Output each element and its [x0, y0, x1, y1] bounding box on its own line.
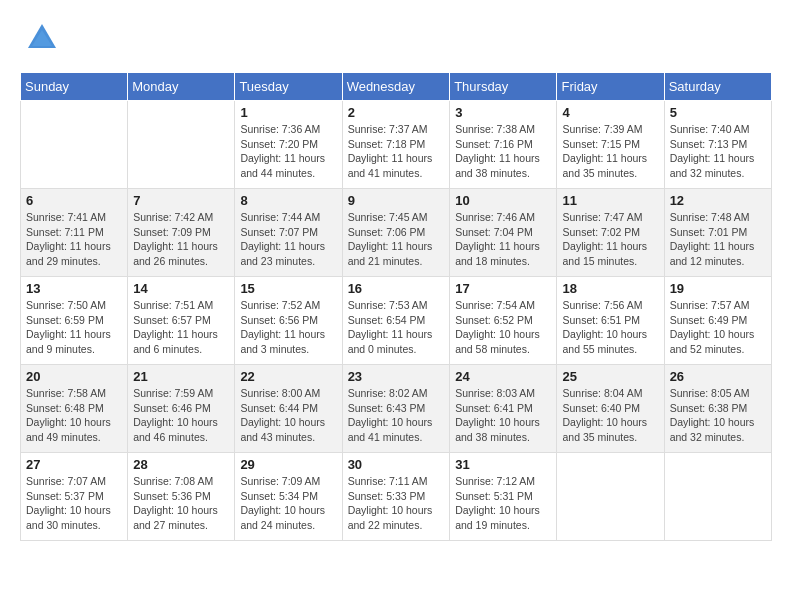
calendar-cell: 6Sunrise: 7:41 AM Sunset: 7:11 PM Daylig…: [21, 189, 128, 277]
calendar-cell: [128, 101, 235, 189]
calendar-cell: 20Sunrise: 7:58 AM Sunset: 6:48 PM Dayli…: [21, 365, 128, 453]
day-info: Sunrise: 8:00 AM Sunset: 6:44 PM Dayligh…: [240, 386, 336, 445]
day-number: 2: [348, 105, 445, 120]
day-info: Sunrise: 7:44 AM Sunset: 7:07 PM Dayligh…: [240, 210, 336, 269]
day-header-tuesday: Tuesday: [235, 73, 342, 101]
calendar-cell: 17Sunrise: 7:54 AM Sunset: 6:52 PM Dayli…: [450, 277, 557, 365]
day-number: 31: [455, 457, 551, 472]
week-row-2: 6Sunrise: 7:41 AM Sunset: 7:11 PM Daylig…: [21, 189, 772, 277]
day-info: Sunrise: 7:12 AM Sunset: 5:31 PM Dayligh…: [455, 474, 551, 533]
day-number: 19: [670, 281, 766, 296]
calendar-cell: 4Sunrise: 7:39 AM Sunset: 7:15 PM Daylig…: [557, 101, 664, 189]
day-number: 27: [26, 457, 122, 472]
day-number: 24: [455, 369, 551, 384]
day-number: 8: [240, 193, 336, 208]
calendar-table: SundayMondayTuesdayWednesdayThursdayFrid…: [20, 72, 772, 541]
calendar-cell: 11Sunrise: 7:47 AM Sunset: 7:02 PM Dayli…: [557, 189, 664, 277]
day-number: 30: [348, 457, 445, 472]
calendar-cell: 29Sunrise: 7:09 AM Sunset: 5:34 PM Dayli…: [235, 453, 342, 541]
week-row-1: 1Sunrise: 7:36 AM Sunset: 7:20 PM Daylig…: [21, 101, 772, 189]
day-info: Sunrise: 8:04 AM Sunset: 6:40 PM Dayligh…: [562, 386, 658, 445]
day-header-saturday: Saturday: [664, 73, 771, 101]
day-info: Sunrise: 7:47 AM Sunset: 7:02 PM Dayligh…: [562, 210, 658, 269]
day-header-thursday: Thursday: [450, 73, 557, 101]
day-info: Sunrise: 7:59 AM Sunset: 6:46 PM Dayligh…: [133, 386, 229, 445]
day-header-monday: Monday: [128, 73, 235, 101]
day-header-wednesday: Wednesday: [342, 73, 450, 101]
day-info: Sunrise: 7:40 AM Sunset: 7:13 PM Dayligh…: [670, 122, 766, 181]
day-info: Sunrise: 7:45 AM Sunset: 7:06 PM Dayligh…: [348, 210, 445, 269]
day-info: Sunrise: 7:08 AM Sunset: 5:36 PM Dayligh…: [133, 474, 229, 533]
day-info: Sunrise: 7:42 AM Sunset: 7:09 PM Dayligh…: [133, 210, 229, 269]
day-number: 9: [348, 193, 445, 208]
calendar-cell: 19Sunrise: 7:57 AM Sunset: 6:49 PM Dayli…: [664, 277, 771, 365]
calendar-cell: 5Sunrise: 7:40 AM Sunset: 7:13 PM Daylig…: [664, 101, 771, 189]
calendar-cell: 15Sunrise: 7:52 AM Sunset: 6:56 PM Dayli…: [235, 277, 342, 365]
day-number: 17: [455, 281, 551, 296]
calendar-cell: 21Sunrise: 7:59 AM Sunset: 6:46 PM Dayli…: [128, 365, 235, 453]
logo: [20, 20, 60, 56]
day-number: 13: [26, 281, 122, 296]
day-info: Sunrise: 7:53 AM Sunset: 6:54 PM Dayligh…: [348, 298, 445, 357]
day-number: 11: [562, 193, 658, 208]
day-info: Sunrise: 7:38 AM Sunset: 7:16 PM Dayligh…: [455, 122, 551, 181]
calendar-cell: 16Sunrise: 7:53 AM Sunset: 6:54 PM Dayli…: [342, 277, 450, 365]
calendar-cell: 27Sunrise: 7:07 AM Sunset: 5:37 PM Dayli…: [21, 453, 128, 541]
day-info: Sunrise: 7:39 AM Sunset: 7:15 PM Dayligh…: [562, 122, 658, 181]
day-info: Sunrise: 7:56 AM Sunset: 6:51 PM Dayligh…: [562, 298, 658, 357]
calendar-cell: [21, 101, 128, 189]
day-number: 29: [240, 457, 336, 472]
calendar-cell: 23Sunrise: 8:02 AM Sunset: 6:43 PM Dayli…: [342, 365, 450, 453]
day-header-friday: Friday: [557, 73, 664, 101]
calendar-cell: 30Sunrise: 7:11 AM Sunset: 5:33 PM Dayli…: [342, 453, 450, 541]
day-number: 16: [348, 281, 445, 296]
calendar-cell: 8Sunrise: 7:44 AM Sunset: 7:07 PM Daylig…: [235, 189, 342, 277]
day-info: Sunrise: 7:48 AM Sunset: 7:01 PM Dayligh…: [670, 210, 766, 269]
calendar-cell: 24Sunrise: 8:03 AM Sunset: 6:41 PM Dayli…: [450, 365, 557, 453]
day-header-sunday: Sunday: [21, 73, 128, 101]
calendar-cell: [664, 453, 771, 541]
day-number: 3: [455, 105, 551, 120]
day-info: Sunrise: 7:51 AM Sunset: 6:57 PM Dayligh…: [133, 298, 229, 357]
page-header: [20, 20, 772, 56]
day-number: 10: [455, 193, 551, 208]
day-info: Sunrise: 7:58 AM Sunset: 6:48 PM Dayligh…: [26, 386, 122, 445]
calendar-cell: 28Sunrise: 7:08 AM Sunset: 5:36 PM Dayli…: [128, 453, 235, 541]
day-number: 23: [348, 369, 445, 384]
day-number: 12: [670, 193, 766, 208]
day-info: Sunrise: 8:02 AM Sunset: 6:43 PM Dayligh…: [348, 386, 445, 445]
logo-icon: [24, 20, 60, 56]
calendar-cell: 2Sunrise: 7:37 AM Sunset: 7:18 PM Daylig…: [342, 101, 450, 189]
calendar-cell: 22Sunrise: 8:00 AM Sunset: 6:44 PM Dayli…: [235, 365, 342, 453]
day-info: Sunrise: 7:36 AM Sunset: 7:20 PM Dayligh…: [240, 122, 336, 181]
calendar-header-row: SundayMondayTuesdayWednesdayThursdayFrid…: [21, 73, 772, 101]
day-info: Sunrise: 7:52 AM Sunset: 6:56 PM Dayligh…: [240, 298, 336, 357]
day-number: 6: [26, 193, 122, 208]
calendar-cell: 10Sunrise: 7:46 AM Sunset: 7:04 PM Dayli…: [450, 189, 557, 277]
day-number: 1: [240, 105, 336, 120]
day-number: 5: [670, 105, 766, 120]
calendar-cell: 3Sunrise: 7:38 AM Sunset: 7:16 PM Daylig…: [450, 101, 557, 189]
calendar-cell: 1Sunrise: 7:36 AM Sunset: 7:20 PM Daylig…: [235, 101, 342, 189]
day-number: 4: [562, 105, 658, 120]
calendar-cell: 9Sunrise: 7:45 AM Sunset: 7:06 PM Daylig…: [342, 189, 450, 277]
week-row-3: 13Sunrise: 7:50 AM Sunset: 6:59 PM Dayli…: [21, 277, 772, 365]
day-info: Sunrise: 7:09 AM Sunset: 5:34 PM Dayligh…: [240, 474, 336, 533]
calendar-cell: 12Sunrise: 7:48 AM Sunset: 7:01 PM Dayli…: [664, 189, 771, 277]
calendar-cell: 18Sunrise: 7:56 AM Sunset: 6:51 PM Dayli…: [557, 277, 664, 365]
calendar-cell: 14Sunrise: 7:51 AM Sunset: 6:57 PM Dayli…: [128, 277, 235, 365]
day-number: 14: [133, 281, 229, 296]
week-row-4: 20Sunrise: 7:58 AM Sunset: 6:48 PM Dayli…: [21, 365, 772, 453]
day-number: 26: [670, 369, 766, 384]
week-row-5: 27Sunrise: 7:07 AM Sunset: 5:37 PM Dayli…: [21, 453, 772, 541]
day-info: Sunrise: 7:11 AM Sunset: 5:33 PM Dayligh…: [348, 474, 445, 533]
day-info: Sunrise: 7:54 AM Sunset: 6:52 PM Dayligh…: [455, 298, 551, 357]
day-number: 22: [240, 369, 336, 384]
day-number: 20: [26, 369, 122, 384]
day-number: 25: [562, 369, 658, 384]
calendar-cell: 7Sunrise: 7:42 AM Sunset: 7:09 PM Daylig…: [128, 189, 235, 277]
day-number: 7: [133, 193, 229, 208]
calendar-cell: 31Sunrise: 7:12 AM Sunset: 5:31 PM Dayli…: [450, 453, 557, 541]
day-number: 18: [562, 281, 658, 296]
day-info: Sunrise: 7:41 AM Sunset: 7:11 PM Dayligh…: [26, 210, 122, 269]
